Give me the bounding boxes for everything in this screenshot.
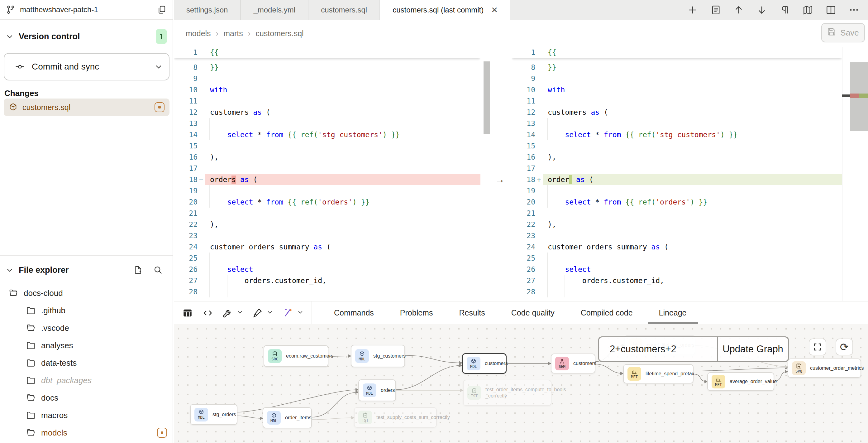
lineage-node-average-order-value[interactable]: METaverage_order_value — [707, 372, 774, 391]
code-line-modified-1[interactable]: 1{{ — [512, 47, 842, 58]
outline-icon[interactable] — [710, 5, 721, 15]
lineage-node-orders[interactable]: MDLorders — [358, 379, 396, 401]
code-line-modified-12[interactable]: 12customers as ( — [512, 107, 842, 118]
save-button[interactable]: Save — [821, 23, 865, 42]
code-line-original-27[interactable]: 27 orders.customer_id, — [174, 275, 480, 286]
ai-assist-caret-icon[interactable] — [297, 309, 304, 317]
lineage-node-customer-order-metrics[interactable]: SVQcustomer_order_metrics — [787, 358, 861, 378]
lineage-selector-input[interactable]: 2+customers+2 — [599, 337, 717, 361]
commit-and-sync-button[interactable]: Commit and sync — [4, 53, 169, 81]
code-line-original-16[interactable]: 16), — [174, 151, 480, 163]
tab-customers-sql-last-commit-[interactable]: customers.sql (last commit)✕ — [380, 0, 510, 20]
code-line-modified-22[interactable]: 22), — [512, 219, 842, 230]
code-line-original-26[interactable]: 26 select — [174, 264, 480, 275]
code-line-original-21[interactable]: 21 — [174, 208, 480, 219]
new-file-icon[interactable] — [133, 265, 143, 275]
more-icon[interactable] — [849, 5, 859, 15]
code-line-original-14[interactable]: 14 select * from {{ ref('stg_customers')… — [174, 129, 480, 140]
revert-change-arrow-icon[interactable]: → — [491, 174, 508, 185]
code-line-original-17[interactable]: 17 — [174, 163, 480, 174]
file-explorer-item-dbt-packages[interactable]: dbt_packages — [0, 372, 173, 389]
code-line-modified-8[interactable]: 8}} — [512, 62, 842, 73]
ai-assist-icon[interactable] — [282, 308, 293, 318]
code-icon[interactable] — [203, 308, 213, 318]
code-line-modified-11[interactable]: 11 — [512, 95, 842, 107]
code-line-modified-21[interactable]: 21 — [512, 208, 842, 219]
file-explorer-item-analyses[interactable]: analyses — [0, 337, 173, 354]
pilcrow-icon[interactable] — [779, 5, 790, 15]
lineage-node-order-items[interactable]: MDLorder_items — [262, 407, 312, 429]
file-explorer-item-docs-cloud[interactable]: docs-cloud — [0, 284, 173, 302]
code-line-original-10[interactable]: 10with — [174, 84, 480, 95]
code-line-modified-28[interactable]: 28 — [512, 286, 842, 297]
code-line-original-20[interactable]: 20 select * from {{ ref('orders') }} — [174, 197, 480, 208]
version-control-header[interactable]: Version control 1 — [0, 29, 173, 44]
breadcrumb-item[interactable]: models — [186, 29, 211, 38]
panel-tab-lineage[interactable]: Lineage — [646, 301, 700, 324]
split-icon[interactable] — [826, 5, 836, 15]
lineage-canvas[interactable]: SRCecom.raw_customersMDLstg_customersMDL… — [174, 324, 868, 443]
tab--models-yml[interactable]: _models.yml — [241, 0, 308, 20]
code-line-modified-13[interactable]: 13 — [512, 118, 842, 129]
code-line-modified-20[interactable]: 20 select * from {{ ref('orders') }} — [512, 197, 842, 208]
lineage-node-stg-orders[interactable]: MDLstg_orders — [190, 404, 238, 425]
file-explorer-item-docs[interactable]: docs — [0, 389, 173, 407]
minimap[interactable] — [850, 47, 868, 301]
code-line-original-13[interactable]: 13 — [174, 118, 480, 129]
code-line-modified-10[interactable]: 10with — [512, 84, 842, 95]
panel-tab-problems[interactable]: Problems — [387, 301, 446, 324]
panel-tab-results[interactable]: Results — [446, 301, 498, 324]
file-explorer-item--vscode[interactable]: .vscode — [0, 319, 173, 337]
lineage-node-test-order-items[interactable]: TSTtest_order_items_compute_to_bools _co… — [463, 380, 552, 406]
code-line-modified-24[interactable]: 24customer_orders_summary as ( — [512, 241, 842, 253]
code-line-original-18[interactable]: 18−orders as ( — [174, 174, 480, 185]
file-explorer-item-data-tests[interactable]: data-tests — [0, 354, 173, 372]
copy-icon[interactable] — [157, 5, 166, 14]
code-line-original-19[interactable]: 19 — [174, 185, 480, 197]
format-caret-icon[interactable] — [267, 309, 273, 317]
code-line-modified-17[interactable]: 17 — [512, 163, 842, 174]
arrow-up-icon[interactable] — [734, 5, 744, 15]
arrow-down-icon[interactable] — [756, 5, 767, 15]
file-explorer-item-macros[interactable]: macros — [0, 407, 173, 424]
build-caret-icon[interactable] — [237, 309, 243, 317]
breadcrumb-item[interactable]: customers.sql — [255, 29, 304, 38]
tab-settings-json[interactable]: settings.json — [174, 0, 241, 20]
code-line-original-22[interactable]: 22), — [174, 219, 480, 230]
panel-tab-compiled-code[interactable]: Compiled code — [568, 301, 646, 324]
code-line-original-15[interactable]: 15 — [174, 140, 480, 151]
file-explorer-item-models[interactable]: models — [0, 424, 173, 441]
lineage-node-test-supply-costs[interactable]: TSTtest_supply_costs_sum_correctly — [354, 407, 437, 428]
refresh-graph-button[interactable]: ⟳ — [836, 338, 853, 355]
lineage-node-lifetime-spend-pretax[interactable]: METlifetime_spend_pretax — [623, 364, 693, 383]
file-explorer-header[interactable]: File explorer — [0, 262, 173, 278]
update-graph-button[interactable]: Update Graph — [717, 337, 788, 361]
code-line-modified-23[interactable]: 23 — [512, 230, 842, 241]
code-line-modified-9[interactable]: 9 — [512, 73, 842, 84]
lineage-node-customers-model[interactable]: MDLcustomers — [462, 353, 506, 374]
code-line-modified-16[interactable]: 16), — [512, 151, 842, 163]
code-line-original-1[interactable]: 1{{ — [174, 47, 480, 58]
code-line-original-24[interactable]: 24customer_orders_summary as ( — [174, 241, 480, 253]
breadcrumb-item[interactable]: marts — [223, 29, 243, 38]
lineage-node-customers-semantic[interactable]: SEMcustomers — [551, 354, 595, 374]
map-icon[interactable] — [803, 5, 813, 15]
code-line-modified-25[interactable]: 25 — [512, 253, 842, 264]
left-pane-scrollbar[interactable] — [484, 61, 490, 134]
lineage-node-ecom-raw-customers[interactable]: SRCecom.raw_customers — [264, 345, 329, 367]
close-icon[interactable]: ✕ — [491, 5, 498, 15]
code-line-original-12[interactable]: 12customers as ( — [174, 107, 480, 118]
file-explorer-item--github[interactable]: .github — [0, 302, 173, 319]
lineage-node-stg-customers[interactable]: MDLstg_customers — [351, 345, 405, 367]
tab-customers-sql[interactable]: customers.sql — [308, 0, 380, 20]
code-line-original-28[interactable]: 28 — [174, 286, 480, 297]
code-line-modified-14[interactable]: 14 select * from {{ ref('stg_customers')… — [512, 129, 842, 140]
search-icon[interactable] — [153, 265, 163, 275]
code-line-modified-19[interactable]: 19 — [512, 185, 842, 197]
code-line-original-11[interactable]: 11 — [174, 95, 480, 107]
plus-icon[interactable] — [687, 5, 698, 15]
changed-file-row[interactable]: customers.sql — [4, 98, 169, 116]
code-line-original-8[interactable]: 8}} — [174, 62, 480, 73]
code-line-modified-18[interactable]: 18+order as ( — [512, 174, 842, 185]
fullscreen-button[interactable] — [809, 338, 826, 355]
